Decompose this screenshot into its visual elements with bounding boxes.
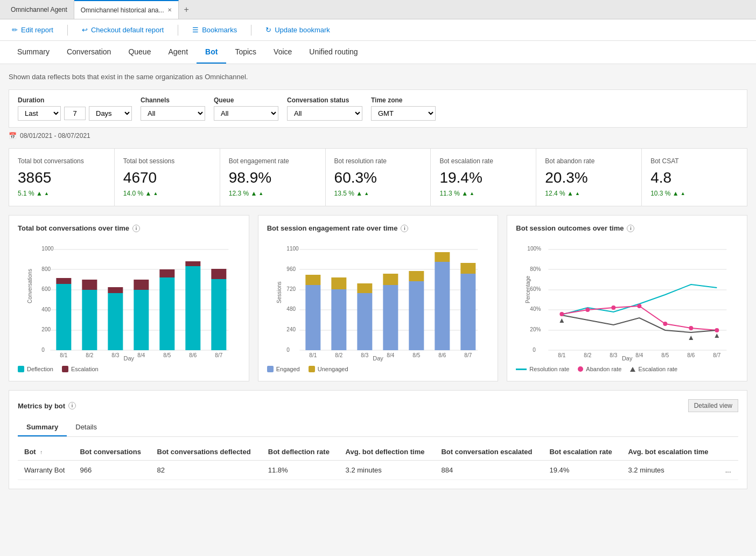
- conv-status-filter: Conversation status All: [287, 96, 362, 121]
- svg-rect-24: [185, 261, 200, 266]
- add-tab-button[interactable]: +: [179, 5, 194, 15]
- tab-voice[interactable]: Voice: [265, 41, 300, 64]
- refresh-icon: ↻: [265, 26, 271, 34]
- svg-rect-49: [331, 289, 346, 350]
- col-bot-escalation-rate[interactable]: Bot escalation rate: [543, 443, 621, 461]
- kpi-total-bot-conversations: Total bot conversations 3865 5.1 % ▲: [9, 149, 115, 206]
- kpi-bot-abandon-rate: Bot abandon rate 20.3% 12.4 % ▲: [536, 149, 642, 206]
- duration-unit-select[interactable]: Days: [89, 106, 132, 121]
- col-bot-conversation-escalated[interactable]: Bot conversation escalated: [435, 443, 543, 461]
- svg-point-86: [689, 326, 694, 330]
- col-bot-conversations-deflected[interactable]: Bot conversations deflected: [151, 443, 262, 461]
- svg-rect-23: [185, 266, 200, 350]
- svg-text:8/4: 8/4: [636, 352, 643, 357]
- channels-label: Channels: [141, 96, 205, 104]
- svg-text:960: 960: [286, 266, 296, 272]
- col-avg-deflection-time[interactable]: Avg. bot deflection time: [339, 443, 435, 461]
- kpi-trend: 11.3 % ▲: [439, 190, 527, 197]
- svg-rect-52: [357, 283, 372, 293]
- table-header: Metrics by bot i Detailed view: [18, 399, 738, 412]
- col-bot[interactable]: Bot ↑: [18, 443, 73, 461]
- chart-title: Bot session outcomes over time i: [516, 224, 738, 232]
- timezone-select[interactable]: GMT: [371, 106, 436, 121]
- tab-unified-routing[interactable]: Unified routing: [300, 41, 366, 64]
- info-icon[interactable]: i: [627, 225, 634, 232]
- engaged-color: [267, 366, 274, 372]
- svg-text:8/4: 8/4: [387, 352, 394, 357]
- legend-escalation-rate: Escalation rate: [630, 366, 677, 372]
- svg-rect-58: [435, 252, 450, 262]
- page-content: Shown data reflects bots that exist in t…: [0, 64, 756, 498]
- svg-point-81: [560, 312, 564, 316]
- chart-bot-conversations: Total bot conversations over time i 0 20…: [9, 215, 249, 381]
- tab-summary[interactable]: Summary: [9, 41, 58, 64]
- col-avg-escalation-time[interactable]: Avg. bot escalation time: [622, 443, 719, 461]
- chart-legend: Deflection Escalation: [18, 366, 240, 372]
- svg-rect-26: [211, 269, 226, 279]
- timezone-filter: Time zone GMT: [371, 96, 436, 121]
- update-bookmark-button[interactable]: ↻ Update bookmark: [262, 24, 333, 36]
- kpi-total-bot-sessions: Total bot sessions 4670 14.0 % ▲: [115, 149, 220, 206]
- escalation-triangle-icon: [630, 367, 635, 372]
- svg-text:8/1: 8/1: [558, 352, 566, 357]
- channels-select[interactable]: All: [141, 106, 205, 121]
- duration-value-input[interactable]: [64, 107, 86, 120]
- info-icon[interactable]: i: [401, 225, 408, 232]
- kpi-value: 3865: [18, 169, 106, 186]
- legend-deflection: Deflection: [18, 366, 53, 372]
- kpi-bot-escalation-rate: Bot escalation rate 19.4% 11.3 % ▲: [431, 149, 536, 206]
- svg-rect-54: [383, 274, 398, 285]
- resolution-color: [516, 369, 527, 370]
- svg-text:100%: 100%: [528, 246, 542, 252]
- col-bot-conversations[interactable]: Bot conversations: [73, 443, 150, 461]
- info-icon[interactable]: i: [132, 225, 140, 232]
- checkout-default-button[interactable]: ↩ Checkout default report: [79, 24, 167, 36]
- conv-status-select[interactable]: All: [287, 106, 362, 121]
- legend-resolution-rate: Resolution rate: [516, 366, 569, 372]
- metrics-table: Bot ↑ Bot conversations Bot conversation…: [18, 443, 738, 480]
- tab-bot[interactable]: Bot: [197, 41, 226, 64]
- svg-rect-16: [82, 280, 97, 290]
- queue-select[interactable]: All: [214, 106, 278, 121]
- svg-rect-21: [159, 277, 174, 350]
- cell-escalated: 884: [435, 461, 543, 480]
- close-icon[interactable]: ✕: [167, 7, 172, 13]
- kpi-value: 19.4%: [439, 169, 527, 186]
- legend-escalation: Escalation: [62, 366, 99, 372]
- tab-topics[interactable]: Topics: [226, 41, 265, 64]
- edit-report-button[interactable]: ✏ Edit report: [9, 24, 57, 36]
- cell-escalation-rate: 19.4%: [543, 461, 621, 480]
- detailed-view-button[interactable]: Detailed view: [688, 399, 738, 412]
- svg-rect-60: [460, 263, 475, 274]
- kpi-title: Bot abandon rate: [545, 157, 633, 165]
- kpi-value: 20.3%: [545, 169, 633, 186]
- svg-text:Sessions: Sessions: [276, 281, 282, 303]
- svg-text:8/6: 8/6: [438, 352, 446, 357]
- table-tab-details[interactable]: Details: [67, 419, 106, 436]
- edit-icon: ✏: [12, 26, 18, 34]
- info-icon[interactable]: i: [68, 402, 76, 409]
- svg-text:8/6: 8/6: [688, 352, 695, 357]
- col-bot-deflection-rate[interactable]: Bot deflection rate: [262, 443, 339, 461]
- kpi-title: Bot escalation rate: [439, 157, 527, 165]
- tab-agent[interactable]: Agent: [159, 41, 197, 64]
- kpi-trend: 10.3 % ▲: [650, 190, 738, 197]
- bookmarks-button[interactable]: ☰ Bookmarks: [189, 24, 240, 36]
- tab-omnichannel-agent[interactable]: Omnichannel Agent: [4, 0, 74, 19]
- table-tabs: Summary Details: [18, 419, 738, 437]
- chart-bot-engagement: Bot session engagement rate over time i …: [258, 215, 499, 381]
- table-tab-summary[interactable]: Summary: [18, 419, 67, 436]
- svg-text:480: 480: [286, 306, 296, 312]
- chart-title: Total bot conversations over time i: [18, 224, 240, 232]
- svg-text:Percentage: Percentage: [526, 275, 531, 303]
- svg-text:800: 800: [41, 266, 51, 272]
- svg-text:Conversations: Conversations: [27, 269, 33, 303]
- tab-queue[interactable]: Queue: [120, 41, 159, 64]
- tab-omnichannel-historical[interactable]: Omnichannel historical ana... ✕: [74, 0, 179, 19]
- cell-avg-deflection-time: 3.2 minutes: [339, 461, 435, 480]
- svg-rect-53: [383, 285, 398, 350]
- kpi-bot-resolution-rate: Bot resolution rate 60.3% 13.5 % ▲: [326, 149, 431, 206]
- duration-type-select[interactable]: Last: [18, 106, 61, 121]
- svg-text:8/7: 8/7: [713, 352, 721, 357]
- tab-conversation[interactable]: Conversation: [58, 41, 120, 64]
